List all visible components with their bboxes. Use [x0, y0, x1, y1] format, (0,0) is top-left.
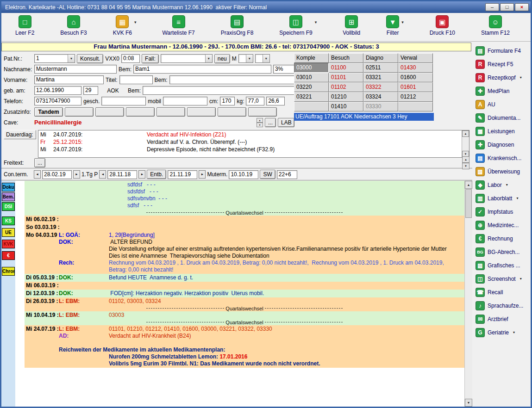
dropdown-arrow-icon[interactable]: ▾ [513, 330, 515, 334]
freitext-scrollbar[interactable]: ▲ ▼ [462, 156, 469, 169]
billing-code-cell[interactable]: 01102 [329, 82, 363, 92]
scrollbar-track[interactable] [465, 218, 472, 399]
billing-code-cell[interactable]: 01212 [398, 92, 433, 102]
records-scrollbar[interactable]: ▲ ▼ [464, 181, 472, 407]
billing-code-cell[interactable]: 03321 [363, 73, 398, 82]
tag-kvk[interactable]: KVK [2, 240, 15, 248]
billing-code-cell[interactable]: 01601 [398, 82, 433, 92]
toolbar-button-vollbild[interactable]: ⊞Vollbild [343, 15, 360, 41]
dauerdiag-scrollbar[interactable]: ▲ ▼ [462, 130, 469, 157]
conterm-date-2[interactable]: 28.11.18 [107, 170, 137, 179]
combo-1[interactable]: ▾ [238, 54, 253, 63]
scroll-up-icon[interactable]: ▲ [465, 181, 472, 189]
geb-field[interactable]: 12.06.1990 [34, 86, 81, 95]
toolbar-button-praxisorg-f8[interactable]: ▤PraxisOrg F8 [221, 15, 254, 41]
toolbar-button-leer-f2[interactable]: □Leer F2 [15, 15, 34, 41]
tag-ks[interactable]: KS [2, 216, 15, 225]
record-entry[interactable]: Di 26.03.19 :L: EBM:01102, 03003, 03324 [25, 297, 464, 305]
dropdown-arrow-icon[interactable]: ▾ [520, 277, 522, 281]
mobil-field[interactable] [163, 97, 207, 105]
toolbar-button-besuch-f3[interactable]: ⌂Besuch F3 [60, 15, 87, 41]
sidebar-item-rechnung[interactable]: €Rechnung [476, 232, 530, 245]
billing-code-cell[interactable]: 01210 [329, 92, 363, 102]
titel-field[interactable] [119, 75, 153, 84]
sidebar-item-bg-abrech[interactable]: BGBG-Abrech... [476, 245, 530, 259]
toolbar-button-speichern-f9[interactable]: ◫Speichern F9 [279, 15, 312, 41]
close-button[interactable]: × [515, 3, 529, 11]
sidebar-item-impfstatus[interactable]: ✓Impfstatus [476, 205, 530, 218]
fall-button[interactable]: Fall: [142, 54, 159, 63]
sidebar-item-formulare-f4[interactable]: ▤Formulare F4 [476, 44, 530, 57]
record-entry[interactable]: So 03.03.19 : [25, 223, 464, 231]
toolbar-button-stamm-f12[interactable]: ☺Stamm F12 [481, 15, 510, 41]
billing-code-cell[interactable]: 01600 [398, 73, 433, 82]
billing-code-cell[interactable]: 03010 [294, 73, 329, 82]
billing-grid-header[interactable]: Komple [294, 53, 329, 63]
conterm-date-4[interactable]: 10.10.19 [229, 170, 258, 179]
minimize-button[interactable]: – [485, 3, 499, 11]
chevron-down-icon[interactable]: ▾ [246, 55, 253, 62]
billing-code-cell[interactable]: 03220 [294, 82, 329, 92]
billing-code-cell[interactable]: 01101 [329, 73, 363, 82]
telefon-field[interactable]: 07317047900 [34, 97, 81, 105]
tag-bem[interactable]: Bem. [2, 192, 15, 201]
sidebar-item-arztbrief[interactable]: ✉Arztbrief [476, 312, 530, 326]
billing-code-cell[interactable]: 03324 [363, 92, 398, 102]
record-entry[interactable]: Mi 06.02.19 : [25, 216, 464, 223]
record-entry[interactable]: Di 12.03.19 :DOK: FOD[cm]: Herzaktion ne… [25, 290, 464, 297]
tag-doku[interactable]: Doku [2, 183, 15, 192]
time-field[interactable]: 0:08 [121, 54, 140, 63]
record-entry[interactable]: Di 05.03.19 :DOK:Befund HEUTE Anamnese d… [25, 274, 464, 282]
sidebar-item-krankensch[interactable]: ▤Krankensch... [476, 151, 530, 165]
sidebar-item-leistungen[interactable]: ▦Leistungen [476, 124, 530, 138]
dropdown-arrow-icon[interactable]: ▾ [506, 183, 508, 187]
tag-chron[interactable]: Chron [2, 267, 15, 276]
neu-button[interactable]: neu [214, 54, 230, 63]
zusatzinfo-slot-button[interactable] [187, 107, 216, 117]
chevron-down-icon[interactable]: ▾ [205, 55, 212, 62]
sidebar-item-medplan[interactable]: ✚MedPlan [476, 84, 530, 98]
sidebar-item-rezept-f5[interactable]: RRezept F5 [476, 57, 530, 71]
dropdown-arrow-icon[interactable]: ▾ [315, 20, 317, 41]
billing-grid-header[interactable]: Diagno [363, 53, 398, 63]
bem3-field[interactable] [143, 86, 294, 95]
dropdown-arrow-icon[interactable]: ▾ [520, 75, 522, 80]
dauerdiag-entry[interactable]: Mi24.07.2019:Depressive Episode, nicht n… [40, 146, 460, 154]
prev-arrow-icon[interactable]: ◄ [34, 170, 41, 179]
zusatzinfo-slot-button[interactable] [248, 107, 277, 117]
vorname-field[interactable]: Martina [34, 75, 104, 84]
sidebar-item-recall[interactable]: ☎Recall [476, 285, 530, 299]
sidebar-item-laborblatt[interactable]: ▥Laborblatt▾ [476, 192, 530, 205]
sidebar-item-screenshot[interactable]: ◫Screenshot▾ [476, 272, 530, 285]
record-entry[interactable]: Mi 10.04.19 :L: EBM:03003 [25, 311, 464, 319]
toolbar-button-filter[interactable]: ▼Filter [386, 15, 399, 41]
dauerdiag-entry[interactable]: Mi24.07.2019:Verdacht auf HIV-Infektion … [40, 131, 460, 139]
lab-button[interactable]: LAB [278, 118, 294, 127]
tag-ue[interactable]: UE [2, 228, 15, 237]
percent-field[interactable]: 3% [273, 65, 294, 74]
billing-code-cell[interactable]: 03322 [363, 82, 398, 92]
record-entry[interactable]: Mo 04.03.19 :L: GOÄ:1, 29[Begründung]DOK… [25, 231, 464, 274]
ue-auftrag-selection[interactable]: UE/Auftrag 17101 AOK Niedersachsen 3 Hey [294, 113, 434, 121]
scroll-down-icon[interactable]: ▼ [465, 399, 472, 407]
chevron-down-icon[interactable]: ▾ [68, 55, 75, 62]
billing-code-cell[interactable]: 02511 [363, 63, 398, 73]
zusatzinfo-slot-button[interactable] [126, 107, 155, 117]
billing-code-cell[interactable]: 03221 [294, 92, 329, 102]
scrollbar-thumb[interactable] [465, 189, 472, 218]
zusatzinfo-slot-button[interactable] [95, 107, 124, 117]
conterm-date-3[interactable]: 21.11.19 [168, 170, 197, 179]
bem2-field[interactable] [169, 75, 294, 84]
record-entry[interactable]: Mi 06.03.19 : [25, 282, 464, 290]
next-arrow-icon[interactable]: ► [73, 170, 80, 179]
spinner-down-icon[interactable]: ▼ [257, 123, 263, 127]
sidebar-item-diagnosen[interactable]: ✚Diagnosen [476, 138, 530, 151]
combo-2[interactable]: ▾ [255, 54, 270, 63]
dropdown-arrow-icon[interactable]: ▾ [401, 20, 404, 41]
sidebar-item-dokumenta[interactable]: ✎Dokumenta... [476, 111, 530, 124]
sidebar-item-sprachaufze[interactable]: ♪Sprachaufze... [476, 299, 530, 312]
toolbar-button-druck-f10[interactable]: ▣Druck F10 [430, 15, 455, 41]
tag-[interactable]: € [2, 251, 15, 260]
billing-code-cell[interactable]: 01410 [329, 102, 363, 111]
bmi-field[interactable]: 26,6 [266, 97, 285, 105]
